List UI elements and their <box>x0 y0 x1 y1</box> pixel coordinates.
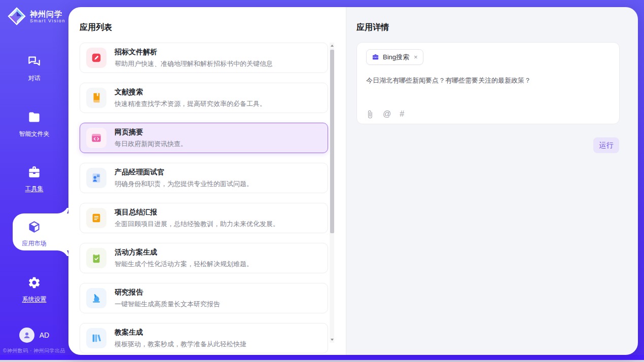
sidebar-item-label: 系统设置 <box>0 295 68 304</box>
gear-icon <box>27 276 41 289</box>
app-card-desc: 快速精准查找学术资源，提高研究效率的必备工具。 <box>115 99 266 108</box>
app-card-title: 教案生成 <box>115 328 246 337</box>
brand-subtitle: Smart Vision <box>30 18 65 23</box>
sidebar-item-label: 工具集 <box>0 185 68 193</box>
sidebar-item-settings[interactable]: 系统设置 <box>0 276 68 304</box>
app-card-literature-search[interactable]: 文献搜索 快速精准查找学术资源，提高研究效率的必备工具。 <box>80 83 328 113</box>
user-account[interactable]: AD <box>0 328 68 343</box>
attachment-icon[interactable] <box>366 110 374 119</box>
tool-tag-bing-search[interactable]: Bing搜索 × <box>366 49 423 65</box>
chat-icon <box>27 55 41 68</box>
app-card-title: 活动方案生成 <box>115 248 253 257</box>
note-icon <box>86 208 106 228</box>
scroll-up-arrow[interactable] <box>330 43 334 49</box>
books-icon <box>86 328 106 348</box>
tool-tag-label: Bing搜索 <box>383 53 409 62</box>
app-card-title: 文献搜索 <box>115 88 266 97</box>
interviewer-icon <box>86 168 106 188</box>
folder-icon <box>27 111 41 124</box>
app-card-event-plan[interactable]: 活动方案生成 智能生成个性化活动方案，轻松解决规划难题。 <box>80 243 328 273</box>
bottom-edge-strip <box>0 360 644 362</box>
app-card-desc: 每日政府新闻资讯快查。 <box>115 139 187 149</box>
microscope-icon <box>86 288 106 308</box>
tag-close-icon[interactable]: × <box>414 54 418 60</box>
sidebar-item-smart-folder[interactable]: 智能文件夹 <box>0 111 68 138</box>
list-scrollbar[interactable] <box>330 43 334 343</box>
app-card-desc: 帮助用户快速、准确地理解和解析招标书中的关键信息 <box>115 59 273 68</box>
brand-name: 神州问学 <box>30 10 65 18</box>
app-card-title: 项目总结汇报 <box>115 208 279 217</box>
sidebar-item-chat[interactable]: 对话 <box>0 55 68 83</box>
app-card-lesson-plan[interactable]: 教案生成 模板驱动，教案秒成，教学准备从此轻松快捷 <box>80 323 328 353</box>
app-card-desc: 一键智能生成高质量长文本研究报告 <box>115 300 220 309</box>
toolbox-icon <box>27 165 41 179</box>
app-card-list: 招标文件解析 帮助用户快速、准确地理解和解析招标书中的关键信息 文献搜索 快速精… <box>80 43 328 353</box>
input-toolbar: @ # <box>366 110 404 119</box>
app-card-title: 研究报告 <box>115 288 220 297</box>
sidebar-item-label: 智能文件夹 <box>0 130 68 138</box>
app-card-project-summary[interactable]: 项目总结汇报 全面回顾项目进展，总结经验教训，助力未来优化发展。 <box>80 203 328 233</box>
brand-logo: 神州问学 Smart Vision <box>7 7 65 26</box>
avatar <box>19 328 34 343</box>
gem-icon <box>7 7 26 26</box>
user-name: AD <box>40 331 49 339</box>
app-card-pm-interviewer[interactable]: 产品经理面试官 明确身份和职责，为您提供专业性的面试问题。 <box>80 163 328 193</box>
app-card-desc: 智能生成个性化活动方案，轻松解决规划难题。 <box>115 260 253 269</box>
app-card-desc: 明确身份和职责，为您提供专业性的面试问题。 <box>115 179 253 189</box>
web-summary-icon <box>86 128 106 148</box>
topic-icon[interactable]: # <box>400 110 404 119</box>
bottom-accent-bar <box>0 355 644 360</box>
scroll-down-arrow[interactable] <box>330 337 334 343</box>
cube-icon <box>27 220 41 234</box>
app-list-title: 应用列表 <box>80 22 112 33</box>
briefcase-icon <box>372 53 379 61</box>
run-button[interactable]: 运行 <box>593 137 619 153</box>
app-card-title: 网页摘要 <box>115 128 187 137</box>
copyright-footer: ©神州数码 · 神州问学出品 <box>0 347 68 354</box>
sidebar-item-label: 应用市场 <box>0 239 68 248</box>
book-icon <box>86 88 106 108</box>
sidebar: 神州问学 Smart Vision 对话 智能文件夹 <box>0 0 68 355</box>
app-card-research-report[interactable]: 研究报告 一键智能生成高质量长文本研究报告 <box>80 283 328 313</box>
app-detail-title: 应用详情 <box>356 22 389 33</box>
clipboard-check-icon <box>86 248 106 268</box>
sidebar-item-label: 对话 <box>0 74 68 83</box>
person-icon <box>22 331 31 340</box>
app-card-desc: 全面回顾项目进展，总结经验教训，助力未来优化发展。 <box>115 220 279 229</box>
main-content: 应用列表 招标文件解析 帮助用户快速、准确地理解和解析招标书中的关键信息 <box>68 7 638 355</box>
app-card-desc: 模板驱动，教案秒成，教学准备从此轻松快捷 <box>115 340 246 349</box>
app-card-title: 产品经理面试官 <box>115 168 253 177</box>
app-card-web-summary[interactable]: 网页摘要 每日政府新闻资讯快查。 <box>80 123 328 153</box>
mention-icon[interactable]: @ <box>383 110 391 119</box>
app-list-panel: 应用列表 招标文件解析 帮助用户快速、准确地理解和解析招标书中的关键信息 <box>68 7 346 355</box>
app-window: 神州问学 Smart Vision 对话 智能文件夹 <box>0 0 644 362</box>
app-card-title: 招标文件解析 <box>115 48 273 57</box>
prompt-input-card[interactable]: Bing搜索 × 今日湖北有哪些新闻要点？有哪些需要关注的最新政策？ @ # <box>356 42 620 124</box>
scrollbar-thumb[interactable] <box>330 50 334 233</box>
tender-doc-icon <box>86 48 106 68</box>
sidebar-item-toolset[interactable]: 工具集 <box>0 165 68 193</box>
query-input[interactable]: 今日湖北有哪些新闻要点？有哪些需要关注的最新政策？ <box>366 76 610 85</box>
app-card-tender-analysis[interactable]: 招标文件解析 帮助用户快速、准确地理解和解析招标书中的关键信息 <box>80 43 328 73</box>
app-detail-panel: 应用详情 Bing搜索 × 今日湖北有哪些新闻要点？有哪些需要关注的最新政策？ … <box>346 7 638 355</box>
sidebar-item-app-market[interactable]: 应用市场 <box>0 220 68 248</box>
